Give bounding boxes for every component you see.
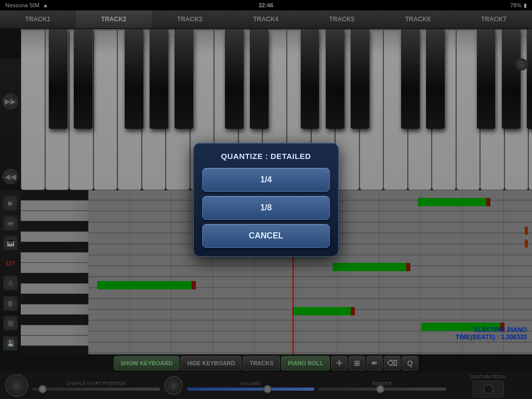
quantize-quarter-btn[interactable]: 1/4 bbox=[202, 168, 330, 192]
quantize-dialog-title: QUANTIZE : DETAILED bbox=[202, 152, 330, 161]
quantize-cancel-btn[interactable]: CANCEL bbox=[202, 224, 330, 248]
quantize-dialog: QUANTIZE : DETAILED 1/4 1/8 CANCEL bbox=[193, 143, 339, 257]
modal-overlay[interactable]: QUANTIZE : DETAILED 1/4 1/8 CANCEL bbox=[0, 0, 532, 399]
quantize-eighth-btn[interactable]: 1/8 bbox=[202, 196, 330, 220]
